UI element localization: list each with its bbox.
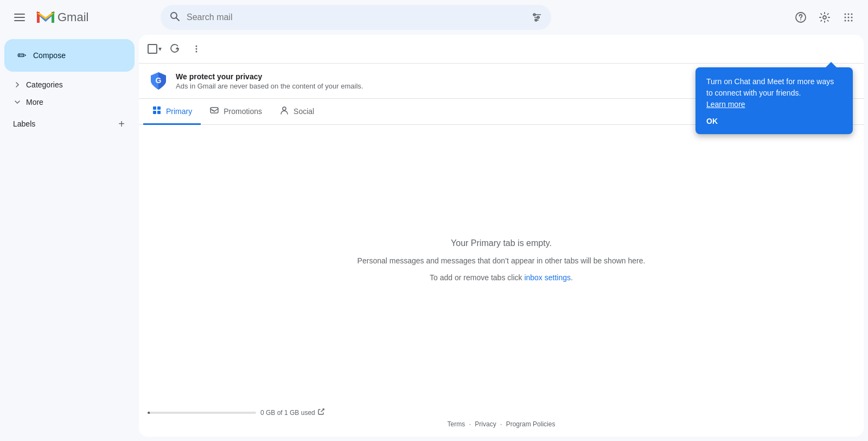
sidebar: ✏ Compose Categories More Labels + (0, 35, 139, 441)
storage-bar-wrap: 0 GB of 1 GB used (148, 408, 855, 417)
separator-1: · (469, 420, 471, 428)
sidebar-item-categories[interactable]: Categories (0, 76, 139, 93)
compose-icon: ✏ (17, 49, 27, 62)
storage-bar (148, 412, 256, 414)
period: . (571, 273, 573, 282)
hamburger-button[interactable] (9, 7, 30, 28)
chat-popup-ok-button[interactable]: OK (706, 117, 718, 125)
apps-button[interactable] (838, 7, 859, 28)
expand-icon (13, 80, 22, 89)
svg-text:G: G (156, 76, 162, 85)
terms-link[interactable]: Terms (448, 420, 465, 428)
labels-header: Labels + (0, 111, 139, 135)
compose-label: Compose (33, 51, 66, 60)
svg-rect-2 (14, 20, 25, 21)
inbox-settings-text: To add or remove tabs click (430, 273, 522, 282)
search-filter-button[interactable] (532, 12, 542, 23)
external-link-icon[interactable] (317, 408, 325, 417)
storage-bar-fill (148, 412, 150, 414)
privacy-link[interactable]: Privacy (475, 420, 496, 428)
footer-links: Terms · Privacy · Program Policies (148, 420, 855, 428)
svg-point-27 (196, 51, 197, 53)
toolbar: ▾ (139, 35, 864, 64)
gmail-text: Gmail (58, 10, 88, 24)
learn-more-link[interactable]: Learn more (706, 100, 745, 109)
promotions-tab-label: Promotions (224, 107, 262, 116)
content-area: ▾ G We protect your priva (139, 35, 864, 437)
svg-point-15 (823, 16, 826, 19)
tab-promotions[interactable]: Promotions (201, 99, 271, 125)
ad-text: We protect your privacy Ads in Gmail are… (176, 72, 363, 90)
svg-point-23 (848, 20, 850, 22)
gmail-logo: Gmail (36, 10, 88, 25)
separator-2: · (500, 420, 502, 428)
ad-description: Ads in Gmail are never based on the cont… (176, 82, 363, 90)
svg-point-16 (845, 14, 846, 15)
chat-popup-text: Turn on Chat and Meet for more ways to c… (706, 76, 842, 110)
svg-point-17 (848, 14, 850, 15)
compose-button[interactable]: ✏ Compose (4, 39, 135, 72)
select-all-checkbox[interactable] (148, 44, 157, 54)
topbar-left: Gmail (9, 7, 150, 28)
svg-rect-30 (157, 106, 161, 110)
topbar: Gmail (0, 0, 868, 35)
apps-icon (843, 11, 854, 23)
storage-text: 0 GB of 1 GB used (260, 408, 325, 417)
refresh-button[interactable] (165, 39, 184, 59)
svg-point-19 (845, 17, 846, 18)
svg-point-18 (851, 14, 853, 15)
svg-point-26 (196, 48, 197, 50)
ad-title: We protect your privacy (176, 72, 363, 81)
storage-used-label: 0 GB of 1 GB used (260, 409, 315, 417)
tab-primary[interactable]: Primary (143, 99, 201, 125)
main-layout: ✏ Compose Categories More Labels + (0, 35, 868, 441)
filter-icon (532, 12, 542, 23)
help-icon (795, 11, 807, 23)
footer: 0 GB of 1 GB used Terms · Privacy · Prog… (139, 401, 864, 437)
svg-rect-29 (153, 106, 156, 110)
search-icon (169, 11, 180, 24)
topbar-right (790, 7, 859, 28)
empty-state: Your Primary tab is empty. Personal mess… (139, 125, 864, 401)
chat-meet-popup: Turn on Chat and Meet for more ways to c… (695, 67, 853, 134)
svg-point-34 (283, 107, 286, 110)
svg-point-25 (196, 46, 197, 47)
add-icon: + (118, 118, 125, 129)
primary-tab-icon (152, 105, 162, 117)
add-label-button[interactable]: + (113, 115, 130, 133)
svg-rect-1 (14, 17, 25, 18)
gear-icon (819, 11, 831, 23)
settings-button[interactable] (814, 7, 835, 28)
svg-rect-0 (14, 14, 25, 15)
svg-point-22 (845, 20, 846, 22)
social-tab-label: Social (293, 107, 314, 116)
help-button[interactable] (790, 7, 812, 28)
chevron-down-icon (13, 98, 22, 106)
select-dropdown-arrow[interactable]: ▾ (157, 44, 163, 54)
labels-title: Labels (13, 119, 35, 128)
inbox-settings-link[interactable]: inbox settings (524, 273, 571, 282)
empty-state-title: Your Primary tab is empty. (451, 238, 552, 248)
program-policies-link[interactable]: Program Policies (506, 420, 556, 428)
select-all-wrap: ▾ (148, 44, 163, 54)
svg-rect-32 (157, 111, 161, 114)
svg-point-14 (800, 20, 801, 21)
empty-state-settings-hint: To add or remove tabs click inbox settin… (430, 272, 573, 284)
svg-point-20 (848, 17, 850, 18)
tab-social[interactable]: Social (271, 99, 323, 125)
hamburger-icon (14, 12, 25, 23)
primary-tab-label: Primary (166, 107, 192, 116)
svg-rect-31 (153, 111, 156, 114)
social-tab-icon (279, 105, 289, 117)
search-input[interactable] (187, 12, 525, 22)
search-bar-container (161, 5, 551, 30)
empty-state-description: Personal messages and messages that don’… (358, 255, 646, 267)
more-label: More (26, 98, 43, 106)
svg-line-6 (176, 17, 180, 21)
gmail-m-icon (36, 10, 55, 25)
more-options-button[interactable] (187, 39, 206, 59)
sidebar-item-more[interactable]: More (0, 93, 139, 111)
svg-point-21 (851, 17, 853, 18)
svg-point-24 (851, 20, 853, 22)
categories-label: Categories (26, 80, 63, 89)
